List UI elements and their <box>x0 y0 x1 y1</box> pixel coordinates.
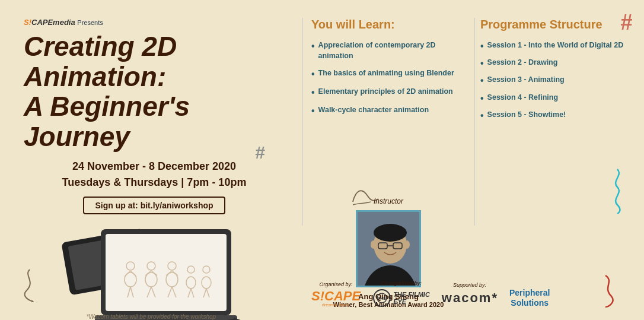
programme-list: Session 1 - Into the World of Digital 2D… <box>480 40 632 127</box>
laptop-illustration <box>53 223 255 320</box>
date-line2: Tuesdays & Thursdays | 7pm - 10pm <box>24 175 285 191</box>
laptop-area <box>24 223 285 320</box>
logos-bar: Organised by: S!CAPE dream it. live it. … <box>302 280 644 308</box>
date-info: 24 November - 8 December 2020 Tuesdays &… <box>24 159 285 191</box>
learn-list: Appreciation of contemporary 2D animatio… <box>311 40 466 124</box>
learn-section-title: You will Learn: <box>311 18 466 31</box>
coorganised-label: Co-organised by: <box>381 280 422 286</box>
date-line1: 24 November - 8 December 2020 <box>24 159 285 175</box>
presenter-label: S!CAPEmedia Presents <box>24 18 285 27</box>
main-title-line1: Creating 2D Animation: <box>24 31 177 92</box>
peripheral-logo: Peripheral Solutions <box>509 288 550 308</box>
signup-box[interactable]: Sign up at: bit.ly/aniworkshop <box>83 197 225 214</box>
filmic-logo: THE THE FILMIC EYE <box>372 289 430 308</box>
programme-item-5: Session 5 - Showtime! <box>480 110 632 121</box>
svg-text:THE: THE <box>378 296 386 300</box>
brand-name: S!CAPEmedia <box>24 18 77 27</box>
learn-item-1: Appreciation of contemporary 2D animatio… <box>311 40 466 61</box>
instructor-svg <box>358 212 421 287</box>
main-title: Creating 2D Animation: A Beginner's Jour… <box>24 31 285 151</box>
page-wrapper: # # S!CAPEmedia Presents Creating 2D Ani… <box>0 0 644 320</box>
programme-title: Programme Structure <box>480 18 632 31</box>
filmic-circle-icon: THE <box>372 289 391 308</box>
programme-item-3: Session 3 - Animating <box>480 75 632 86</box>
scape-logo-name: S!CAPE <box>311 290 361 303</box>
middle-panel: You will Learn: Appreciation of contempo… <box>302 0 474 320</box>
peripheral-section: Peripheral Solutions <box>509 280 550 308</box>
main-title-line2: A Beginner's Journey <box>24 91 190 152</box>
right-panel: Programme Structure Session 1 - Into the… <box>474 0 643 320</box>
instructor-photo <box>356 210 421 287</box>
learn-item-4: Walk-cycle character animation <box>311 105 466 116</box>
programme-item-4: Session 4 - Refining <box>480 93 632 104</box>
organised-section: Organised by: S!CAPE dream it. live it. <box>311 281 361 307</box>
svg-point-43 <box>371 240 377 249</box>
programme-item-2: Session 2 - Drawing <box>480 58 632 69</box>
wacom-note: *Wacom tablets will be provided for the … <box>87 313 216 320</box>
instructor-label: Instructor <box>374 197 403 205</box>
scape-logo: S!CAPE dream it. live it. <box>311 290 361 307</box>
svg-point-44 <box>404 240 410 249</box>
scape-logo-sub: dream it. live it. <box>311 303 361 307</box>
svg-point-39 <box>374 224 407 242</box>
presenter-text: Presents <box>77 19 103 26</box>
learn-item-2: The basics of animating using Blender <box>311 68 466 80</box>
coorganised-section: Co-organised by: THE THE FILMIC EYE <box>372 280 430 308</box>
supported-section: Supported by: wacom* <box>442 282 498 306</box>
peripheral-spacer <box>529 280 531 286</box>
signup-text: Sign up at: bit.ly/aniworkshop <box>95 201 213 210</box>
learn-item-3: Elementary principles of 2D animation <box>311 87 466 98</box>
programme-item-1: Session 1 - Into the World of Digital 2D <box>480 40 632 52</box>
wacom-logo: wacom* <box>442 290 498 306</box>
supported-label: Supported by: <box>453 282 486 288</box>
organised-label: Organised by: <box>320 281 353 287</box>
left-panel: S!CAPEmedia Presents Creating 2D Animati… <box>0 0 302 320</box>
